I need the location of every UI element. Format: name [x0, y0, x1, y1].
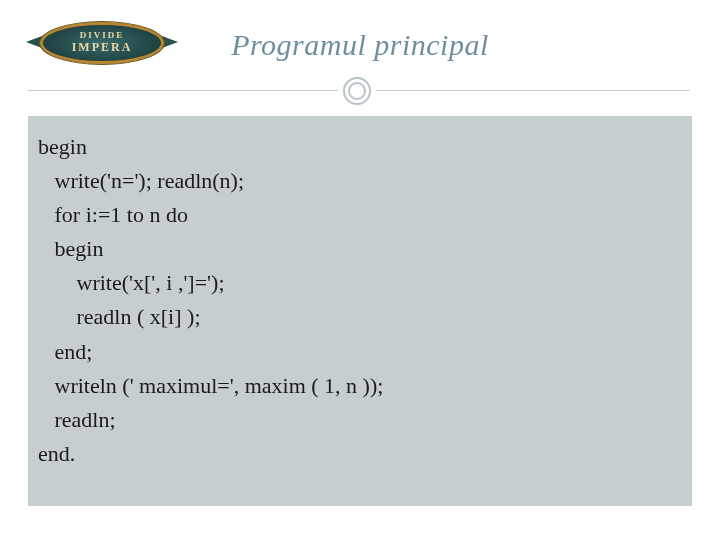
code-line: for i:=1 to n do	[38, 202, 188, 227]
code-block: begin write('n='); readln(n); for i:=1 t…	[38, 130, 680, 471]
code-line: write('n='); readln(n);	[38, 168, 244, 193]
code-line: readln ( x[i] );	[38, 304, 201, 329]
slide: DIVIDE IMPERA Programul principal begin …	[0, 0, 720, 540]
logo-ornament-right	[162, 36, 178, 48]
divider-line-left	[28, 90, 338, 91]
logo-text-top: DIVIDE	[80, 31, 125, 40]
code-line: end.	[38, 441, 75, 466]
code-line: readln;	[38, 407, 116, 432]
logo-text-bottom: IMPERA	[72, 40, 133, 54]
divider-ring-icon	[343, 77, 371, 105]
code-line: begin	[38, 236, 103, 261]
logo-badge: DIVIDE IMPERA	[22, 16, 182, 70]
logo-oval: DIVIDE IMPERA	[40, 22, 164, 64]
code-line: begin	[38, 134, 87, 159]
code-line: end;	[38, 339, 92, 364]
content-panel: begin write('n='); readln(n); for i:=1 t…	[28, 116, 692, 506]
code-line: write('x[', i ,']=');	[38, 270, 225, 295]
title-divider	[0, 76, 720, 104]
code-line: writeln (' maximul=', maxim ( 1, n ));	[38, 373, 383, 398]
divider-line-right	[376, 90, 690, 91]
